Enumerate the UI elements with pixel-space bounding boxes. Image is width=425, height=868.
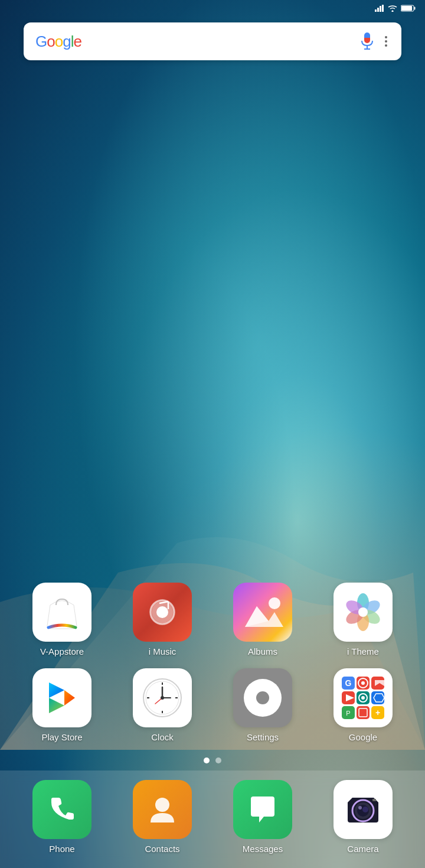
screen-content: Google: [0, 0, 425, 868]
app-item-clock[interactable]: Clock: [124, 668, 201, 742]
albums-icon: [233, 583, 292, 642]
contacts-label: Contacts: [145, 844, 179, 854]
app-rows: V-Appstore: [0, 577, 425, 748]
svg-point-75: [358, 806, 362, 810]
svg-point-25: [358, 607, 368, 617]
mic-icon[interactable]: [359, 31, 375, 52]
svg-rect-3: [382, 5, 384, 12]
phone-icon: [32, 780, 91, 839]
contacts-icon: [133, 780, 192, 839]
app-item-itheme[interactable]: i Theme: [325, 583, 401, 656]
svg-rect-0: [375, 9, 377, 12]
imusic-label: i Music: [149, 646, 176, 656]
wifi-icon: [388, 5, 397, 12]
google-folder-icon: G: [334, 668, 393, 727]
albums-label: Albums: [248, 646, 277, 656]
svg-point-51: [256, 691, 269, 704]
itheme-label: i Theme: [347, 646, 379, 656]
app-item-camera[interactable]: Camera: [325, 780, 401, 854]
page-dot-1[interactable]: [204, 758, 210, 763]
svg-point-62: [361, 696, 365, 700]
svg-rect-5: [414, 7, 416, 10]
app-row-2: Play Store: [12, 662, 413, 748]
more-options-button[interactable]: [382, 34, 390, 49]
app-item-playstore[interactable]: Play Store: [24, 668, 100, 742]
svg-text:G: G: [345, 678, 352, 688]
app-item-albums[interactable]: Albums: [224, 583, 301, 656]
svg-rect-7: [364, 32, 370, 43]
svg-marker-26: [49, 682, 64, 698]
svg-point-76: [362, 807, 368, 812]
svg-point-71: [155, 798, 169, 812]
app-grid-area: V-Appstore: [0, 60, 425, 771]
messages-label: Messages: [243, 844, 283, 854]
status-icons: [375, 5, 416, 12]
clock-label: Clock: [151, 732, 174, 742]
svg-text:P: P: [346, 710, 350, 717]
svg-rect-77: [372, 799, 376, 801]
app-item-imusic[interactable]: i Music: [124, 583, 201, 656]
svg-rect-1: [377, 8, 379, 12]
settings-icon: [233, 668, 292, 727]
playstore-icon: [32, 668, 91, 727]
svg-marker-28: [64, 690, 75, 706]
svg-point-39: [161, 696, 164, 700]
search-bar[interactable]: Google: [24, 22, 401, 60]
page-indicators: [0, 748, 425, 771]
vappstore-label: V-Appstore: [40, 646, 84, 656]
vappstore-icon: [32, 583, 91, 642]
app-item-phone[interactable]: Phone: [24, 780, 100, 854]
imusic-icon: [133, 583, 192, 642]
playstore-label: Play Store: [41, 732, 82, 742]
camera-icon: [334, 780, 393, 839]
status-bar: [0, 0, 425, 17]
google-folder-label: Google: [349, 732, 377, 742]
app-item-contacts[interactable]: Contacts: [124, 780, 201, 854]
svg-text:+: +: [375, 708, 380, 717]
clock-icon: [133, 668, 192, 727]
app-item-google-folder[interactable]: G: [325, 668, 401, 742]
itheme-icon: [334, 583, 393, 642]
app-item-messages[interactable]: Messages: [224, 780, 301, 854]
signal-icon: [375, 5, 384, 12]
svg-rect-2: [380, 6, 381, 12]
svg-point-18: [269, 597, 280, 609]
battery-icon: [401, 5, 416, 12]
settings-label: Settings: [247, 732, 279, 742]
dock: Phone Contacts Messages: [0, 771, 425, 868]
phone-label: Phone: [49, 844, 74, 854]
page-dot-2[interactable]: [215, 758, 221, 763]
camera-label: Camera: [347, 844, 378, 854]
app-item-settings[interactable]: Settings: [224, 668, 301, 742]
app-row-1: V-Appstore: [12, 577, 413, 662]
google-logo: Google: [35, 32, 81, 51]
messages-icon: [233, 780, 292, 839]
svg-marker-27: [49, 698, 64, 713]
svg-point-56: [361, 681, 365, 685]
svg-point-12: [156, 606, 168, 618]
app-item-vappstore[interactable]: V-Appstore: [24, 583, 100, 656]
search-bar-container: Google: [0, 17, 425, 60]
svg-rect-6: [401, 6, 412, 11]
